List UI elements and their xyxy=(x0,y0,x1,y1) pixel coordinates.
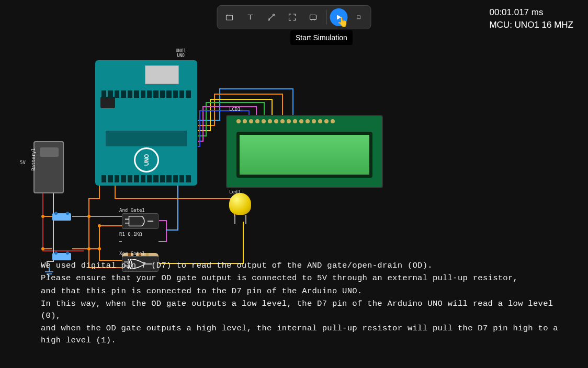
arduino-power-jack xyxy=(100,97,115,108)
led-component[interactable] xyxy=(229,193,251,222)
arduino-uno-board[interactable]: UNO xyxy=(95,60,197,186)
lcd-header-pins xyxy=(236,119,372,123)
arduino-usb-port xyxy=(145,65,179,84)
battery-label: Battery1 xyxy=(31,148,36,170)
and-gate-label: And Gate1 xyxy=(119,208,145,213)
resistor-label: R1 0.1KΩ xyxy=(119,232,142,237)
svg-point-10 xyxy=(41,247,44,250)
switch-1[interactable] xyxy=(52,213,71,221)
help-line: In this way, when the OD gate outputs a … xyxy=(41,298,572,321)
lcd-screen xyxy=(236,132,372,178)
lcd-label: LCD1 xyxy=(229,107,241,112)
svg-point-6 xyxy=(87,247,91,250)
help-line: Please ensure that your OD gate output i… xyxy=(41,272,572,284)
help-line: We used digital pin 7 (D7) to read the o… xyxy=(41,260,572,271)
arduino-header-bottom xyxy=(101,175,191,182)
help-line: and that this pin is connected to the D7… xyxy=(41,285,572,297)
arduino-mcu-chip xyxy=(106,131,187,146)
battery-component[interactable] xyxy=(33,141,64,193)
arduino-logo-icon: UNO xyxy=(134,147,159,172)
svg-point-5 xyxy=(87,215,91,218)
explanation-text: We used digital pin 7 (D7) to read the o… xyxy=(41,260,572,347)
arduino-label: UNO1 UNO xyxy=(176,49,186,59)
svg-point-8 xyxy=(98,224,101,227)
led-bulb-icon xyxy=(229,193,251,215)
help-line: and when the OD gate outputs a high leve… xyxy=(41,323,572,346)
svg-point-7 xyxy=(98,247,101,250)
and-gate[interactable] xyxy=(122,213,159,229)
xor-gate-label: Xor Gate1 xyxy=(119,251,145,256)
lcd-display[interactable] xyxy=(226,115,383,188)
svg-point-9 xyxy=(41,215,44,218)
arduino-header-top xyxy=(101,90,191,98)
battery-voltage-label: 5V xyxy=(20,160,26,165)
